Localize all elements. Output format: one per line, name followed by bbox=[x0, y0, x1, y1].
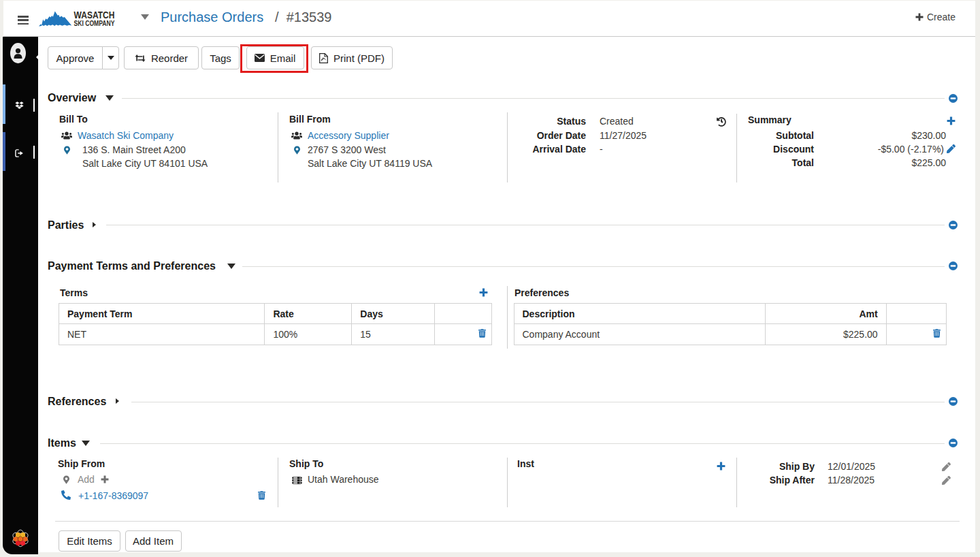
svg-text:SKI COMPANY: SKI COMPANY bbox=[74, 19, 116, 27]
